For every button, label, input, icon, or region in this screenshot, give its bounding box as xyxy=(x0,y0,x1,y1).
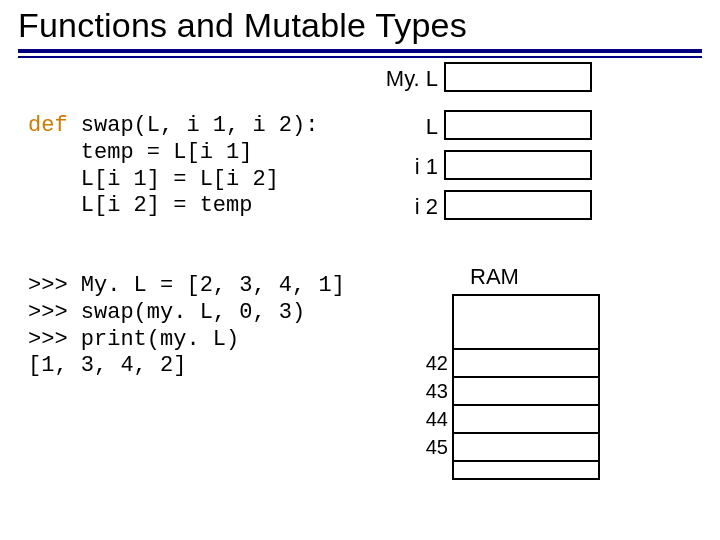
ram-divider xyxy=(454,348,598,350)
repl-block: >>> My. L = [2, 3, 4, 1] >>> swap(my. L,… xyxy=(28,273,345,380)
code-line-3: L[i 1] = L[i 2] xyxy=(28,167,279,192)
slide: Functions and Mutable Types def swap(L, … xyxy=(0,0,720,540)
label-myl: My. L xyxy=(380,66,438,92)
ram-divider xyxy=(454,460,598,462)
repl-line-1: >>> My. L = [2, 3, 4, 1] xyxy=(28,273,345,298)
ram-divider xyxy=(454,432,598,434)
code-block: def swap(L, i 1, i 2): temp = L[i 1] L[i… xyxy=(28,113,318,220)
rule-thick xyxy=(18,49,702,53)
slide-title: Functions and Mutable Types xyxy=(18,6,702,45)
repl-line-4: [1, 3, 4, 2] xyxy=(28,353,186,378)
box-i2 xyxy=(444,190,592,220)
ram-divider xyxy=(454,404,598,406)
ram-divider xyxy=(454,376,598,378)
box-L xyxy=(444,110,592,140)
code-signature: swap(L, i 1, i 2): xyxy=(68,113,319,138)
label-i1: i 1 xyxy=(400,154,438,180)
keyword-def: def xyxy=(28,113,68,138)
label-ram: RAM xyxy=(470,264,519,290)
repl-line-2: >>> swap(my. L, 0, 3) xyxy=(28,300,305,325)
box-i1 xyxy=(444,150,592,180)
ram-index-42: 42 xyxy=(418,352,448,375)
title-underline xyxy=(18,49,702,58)
repl-line-3: >>> print(my. L) xyxy=(28,327,239,352)
title-area: Functions and Mutable Types xyxy=(0,0,720,58)
ram-box xyxy=(452,294,600,480)
label-i2: i 2 xyxy=(400,194,438,220)
code-line-2: temp = L[i 1] xyxy=(28,140,252,165)
ram-index-45: 45 xyxy=(418,436,448,459)
code-line-4: L[i 2] = temp xyxy=(28,193,252,218)
label-L: L xyxy=(400,114,438,140)
slide-body: def swap(L, i 1, i 2): temp = L[i 1] L[i… xyxy=(0,58,720,528)
ram-index-44: 44 xyxy=(418,408,448,431)
ram-index-43: 43 xyxy=(418,380,448,403)
box-myl xyxy=(444,62,592,92)
